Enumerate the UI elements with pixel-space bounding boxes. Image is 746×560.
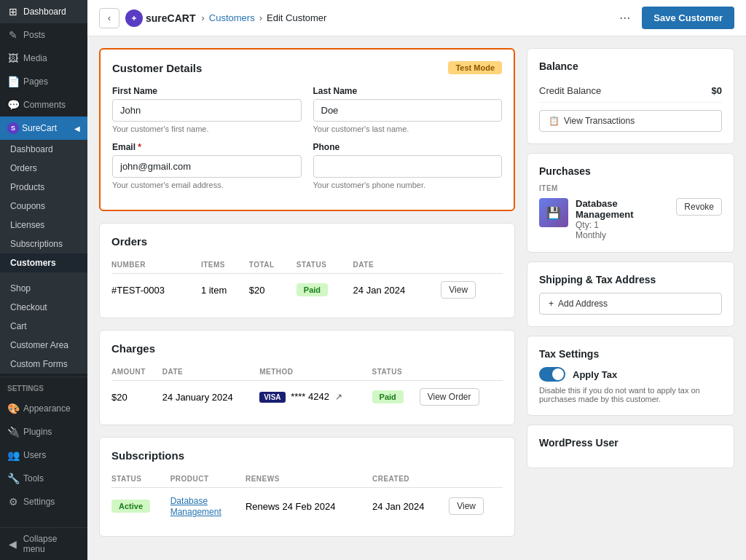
sub-status: Active xyxy=(111,488,170,525)
brand-name: sureCART xyxy=(146,12,195,24)
wordpress-user-card: WordPress User xyxy=(527,425,734,468)
last-name-input[interactable] xyxy=(313,99,503,122)
sidebar-item-media[interactable]: 🖼 Media xyxy=(0,47,87,70)
sub-product: DatabaseManagement xyxy=(170,488,246,525)
orders-title: Orders xyxy=(111,235,503,248)
sidebar-item-pages[interactable]: 📄 Pages xyxy=(0,70,87,93)
customer-details-title: Customer Details xyxy=(112,62,202,74)
save-customer-button[interactable]: Save Customer xyxy=(642,7,734,29)
revoke-button[interactable]: Revoke xyxy=(676,198,722,216)
phone-input[interactable] xyxy=(313,155,503,178)
sidebar-item-sc-coupons[interactable]: Coupons xyxy=(0,197,87,216)
apply-tax-toggle[interactable] xyxy=(539,367,565,382)
sidebar-item-label: Media xyxy=(23,53,47,63)
sub-col-status: STATUS xyxy=(111,470,170,488)
back-button[interactable]: ‹ xyxy=(99,8,119,28)
charge-action: View Order xyxy=(420,381,503,414)
sidebar-item-sc-checkout[interactable]: Checkout xyxy=(0,298,87,317)
orders-table: NUMBER ITEMS TOTAL STATUS DATE #TEST-000… xyxy=(111,256,503,306)
right-sidebar: Balance Credit Balance $0 📋 View Transac… xyxy=(527,48,734,548)
charges-col-amount: AMOUNT xyxy=(111,363,162,381)
last-name-hint: Your customer's last name. xyxy=(313,125,503,133)
sub-col-product: PRODUCT xyxy=(170,470,246,488)
add-address-button[interactable]: + Add Address xyxy=(539,293,722,315)
appearance-icon: 🎨 xyxy=(7,403,19,414)
sidebar-item-surecart[interactable]: S SureCart ◀ xyxy=(0,117,87,140)
settings-header: Settings xyxy=(0,380,87,397)
sidebar-item-sc-licenses[interactable]: Licenses xyxy=(0,216,87,234)
charges-card: Charges AMOUNT DATE METHOD STATUS xyxy=(99,330,515,425)
main-area: ‹ sureCART › Customers › Edit Customer ·… xyxy=(87,0,746,560)
first-name-group: First Name Your customer's first name. xyxy=(112,86,302,133)
tools-icon: 🔧 xyxy=(7,473,19,484)
comments-icon: 💬 xyxy=(7,99,19,111)
sidebar-item-sc-customers[interactable]: Customers xyxy=(0,253,87,272)
sidebar-item-sc-orders[interactable]: Orders xyxy=(0,159,87,178)
purchase-item-row: 💾 Database Management Qty: 1 Monthly Rev… xyxy=(539,198,722,240)
email-input[interactable] xyxy=(112,155,302,178)
external-link-icon[interactable]: ↗ xyxy=(335,392,342,402)
sidebar-item-sc-dashboard[interactable]: Dashboard xyxy=(0,140,87,159)
sidebar-item-dashboard[interactable]: ⊞ Dashboard xyxy=(0,0,87,23)
sub-action: View xyxy=(449,488,503,525)
breadcrumb-sep2: › xyxy=(259,12,262,23)
sidebar-item-plugins[interactable]: 🔌 Plugins xyxy=(0,420,87,443)
order-number: #TEST-0003 xyxy=(111,274,201,307)
order-date: 24 Jan 2024 xyxy=(353,274,441,307)
card-last4: **** 4242 xyxy=(291,391,329,402)
table-row: $20 24 January 2024 VISA **** 4242 ↗ Pai… xyxy=(111,381,503,414)
shipping-address-card: Shipping & Tax Address + Add Address xyxy=(527,261,734,327)
sidebar-item-comments[interactable]: 💬 Comments xyxy=(0,93,87,117)
charges-col-method: METHOD xyxy=(259,363,372,381)
orders-col-action xyxy=(441,256,503,274)
order-view-button[interactable]: View xyxy=(441,281,476,299)
plugins-icon: 🔌 xyxy=(7,426,19,438)
sub-view-button[interactable]: View xyxy=(449,497,484,515)
sidebar-item-users[interactable]: 👥 Users xyxy=(0,443,87,467)
sidebar-item-tools[interactable]: 🔧 Tools xyxy=(0,467,87,490)
pages-icon: 📄 xyxy=(7,76,19,87)
first-name-hint: Your customer's first name. xyxy=(112,125,302,133)
collapse-menu-button[interactable]: ◀ Collapse menu xyxy=(0,527,87,560)
surecart-logo-icon xyxy=(125,9,143,27)
sidebar-item-sc-custom-forms[interactable]: Custom Forms xyxy=(0,355,87,374)
purchase-name: Database Management xyxy=(576,198,669,220)
sidebar-item-posts[interactable]: ✎ Posts xyxy=(0,23,87,47)
sidebar-item-sc-shop[interactable]: Shop xyxy=(0,279,87,298)
view-transactions-label: View Transactions xyxy=(564,116,635,126)
sidebar-item-appearance[interactable]: 🎨 Appearance xyxy=(0,397,87,420)
sidebar-item-label: Comments xyxy=(23,100,66,110)
sidebar-item-settings[interactable]: ⚙ Settings xyxy=(0,490,87,513)
view-transactions-button[interactable]: 📋 View Transactions xyxy=(539,110,722,132)
sub-col-created: CREATED xyxy=(372,470,449,488)
customers-breadcrumb[interactable]: Customers xyxy=(209,12,255,23)
purchases-card: Purchases ITEM 💾 Database Management Qty… xyxy=(527,153,734,253)
sidebar-item-sc-subscriptions[interactable]: Subscriptions xyxy=(0,234,87,253)
top-bar: ‹ sureCART › Customers › Edit Customer ·… xyxy=(87,0,746,36)
more-options-button[interactable]: ··· xyxy=(613,7,636,28)
order-action: View xyxy=(441,274,503,307)
table-row: Active DatabaseManagement Renews 24 Feb … xyxy=(111,488,503,525)
sidebar-item-sc-products[interactable]: Products xyxy=(0,178,87,197)
credit-balance-value: $0 xyxy=(712,85,722,96)
sidebar-item-sc-cart[interactable]: Cart xyxy=(0,317,87,336)
sub-product-link[interactable]: DatabaseManagement xyxy=(170,496,221,517)
collapse-icon: ◀ xyxy=(7,538,19,550)
sidebar-item-sc-customer-area[interactable]: Customer Area xyxy=(0,336,87,355)
charges-title: Charges xyxy=(111,342,503,355)
content-area: Customer Details Test Mode First Name Yo… xyxy=(87,36,746,560)
apply-tax-hint: Disable this if you do not want to apply… xyxy=(539,386,722,403)
surecart-label: SureCart xyxy=(22,123,57,133)
phone-label: Phone xyxy=(313,142,503,152)
view-order-button[interactable]: View Order xyxy=(420,388,479,406)
dashboard-icon: ⊞ xyxy=(7,6,19,17)
breadcrumb: › Customers › Edit Customer xyxy=(201,12,326,23)
phone-group: Phone Your customer's phone number. xyxy=(313,142,503,189)
left-content: Customer Details Test Mode First Name Yo… xyxy=(99,48,515,548)
first-name-input[interactable] xyxy=(112,99,302,122)
charges-col-action xyxy=(420,363,503,381)
charges-col-status: STATUS xyxy=(372,363,420,381)
transactions-icon: 📋 xyxy=(549,116,560,126)
visa-badge: VISA xyxy=(259,392,285,403)
wordpress-user-title: WordPress User xyxy=(539,437,722,449)
